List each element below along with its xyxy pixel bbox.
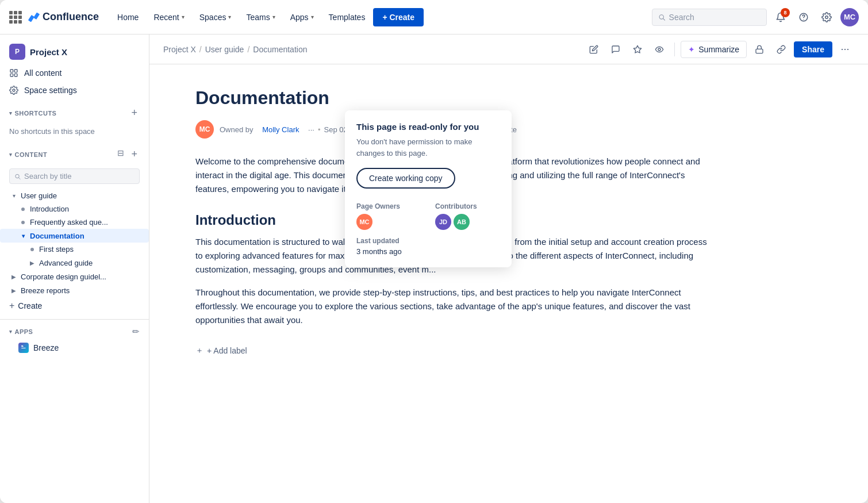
meta-dots: ··· bbox=[308, 125, 314, 134]
breeze-item[interactable]: Breeze bbox=[9, 339, 140, 356]
app-logo[interactable]: Confluence bbox=[9, 11, 99, 24]
faq-dot-icon bbox=[21, 221, 25, 224]
edit-button[interactable] bbox=[585, 40, 603, 59]
sidebar-search-icon bbox=[14, 173, 21, 180]
comment-icon bbox=[611, 45, 620, 54]
add-label-button[interactable]: ＋ + Add label bbox=[195, 345, 822, 356]
more-options-button[interactable]: ··· bbox=[836, 40, 854, 59]
space-name: Project X bbox=[30, 47, 67, 57]
watch-button[interactable] bbox=[650, 40, 669, 59]
recent-chevron-icon: ▾ bbox=[182, 14, 185, 20]
all-content-icon bbox=[9, 68, 18, 78]
space-icon: P bbox=[9, 44, 25, 60]
summarize-button[interactable]: ✦ Summarize bbox=[681, 41, 747, 58]
search-input[interactable] bbox=[669, 13, 761, 22]
add-label-plus-icon: ＋ bbox=[195, 345, 203, 356]
user-avatar[interactable]: MC bbox=[840, 8, 859, 26]
first-steps-dot-icon bbox=[30, 248, 34, 251]
popup-desc: You don't have permission to make change… bbox=[356, 136, 500, 159]
nav-items: Home Recent ▾ Spaces ▾ Teams ▾ Apps ▾ Te… bbox=[110, 8, 643, 26]
toolbar-divider bbox=[674, 43, 675, 56]
share-button[interactable]: Share bbox=[794, 41, 832, 57]
svg-line-1 bbox=[663, 18, 665, 20]
tree-item-first-steps[interactable]: First steps bbox=[0, 243, 149, 256]
page-title: Documentation bbox=[195, 87, 822, 109]
sidebar-create-link[interactable]: + Create bbox=[0, 297, 149, 314]
sidebar-search-input[interactable] bbox=[24, 172, 135, 181]
search-box[interactable] bbox=[652, 9, 767, 26]
nav-teams[interactable]: Teams ▾ bbox=[239, 9, 282, 25]
sidebar-all-content[interactable]: All content bbox=[0, 64, 149, 82]
star-button[interactable] bbox=[628, 40, 647, 59]
breadcrumb-user-guide[interactable]: User guide bbox=[205, 45, 244, 54]
tree-item-advanced-guide[interactable]: ▶ Advanced guide bbox=[0, 256, 149, 270]
breeze-reports-chevron-icon: ▶ bbox=[9, 286, 18, 295]
intro-dot-icon bbox=[21, 208, 25, 211]
tree-item-faq[interactable]: Frequently asked que... bbox=[0, 216, 149, 229]
contributors-avatars: JD AB bbox=[435, 214, 500, 230]
create-working-copy-button[interactable]: Create working copy bbox=[356, 168, 455, 189]
tree-item-documentation[interactable]: ▾ Documentation bbox=[0, 229, 149, 243]
content-toolbar: Project X / User guide / Documentation bbox=[149, 34, 868, 64]
tree-item-corporate-design[interactable]: ▶ Corporate design guidel... bbox=[0, 270, 149, 283]
content-filter-button[interactable]: ⊟ bbox=[115, 147, 126, 162]
contributor-avatar-1: JD bbox=[435, 214, 451, 230]
search-icon bbox=[658, 13, 666, 21]
help-icon bbox=[798, 12, 809, 22]
settings-button[interactable] bbox=[817, 8, 836, 26]
link-button[interactable] bbox=[772, 40, 790, 59]
notifications-button[interactable]: 8 bbox=[771, 8, 790, 26]
summarize-star-icon: ✦ bbox=[688, 45, 695, 54]
help-button[interactable] bbox=[794, 8, 813, 26]
watch-icon bbox=[655, 45, 664, 54]
restrict-button[interactable] bbox=[750, 40, 769, 59]
content-title[interactable]: ▾ CONTENT bbox=[9, 151, 47, 158]
page-owners-avatars: MC bbox=[356, 214, 421, 230]
shortcuts-add-button[interactable]: + bbox=[129, 106, 140, 120]
page-owners-label: Page owners bbox=[356, 202, 421, 210]
confluence-brand: Confluence bbox=[28, 11, 99, 24]
nav-recent[interactable]: Recent ▾ bbox=[147, 9, 191, 25]
user-guide-chevron-icon: ▾ bbox=[9, 191, 18, 200]
content-search-wrap bbox=[0, 166, 149, 189]
breeze-icon bbox=[18, 343, 29, 353]
corporate-design-chevron-icon: ▶ bbox=[9, 272, 18, 281]
apps-edit-button[interactable]: ✏ bbox=[132, 327, 140, 337]
svg-rect-6 bbox=[14, 70, 17, 72]
tree-item-breeze-reports[interactable]: ▶ Breeze reports bbox=[0, 283, 149, 297]
nav-templates[interactable]: Templates bbox=[322, 9, 372, 25]
svg-rect-7 bbox=[10, 74, 13, 76]
link-icon bbox=[777, 45, 786, 54]
page-owners-col: Page owners MC bbox=[356, 202, 421, 230]
nav-home[interactable]: Home bbox=[110, 9, 145, 25]
create-plus-icon: + bbox=[9, 301, 14, 311]
create-button[interactable]: + Create bbox=[373, 8, 424, 26]
contributor-avatar-2: AB bbox=[454, 214, 470, 230]
sidebar-space-settings[interactable]: Space settings bbox=[0, 82, 149, 99]
tree-item-user-guide[interactable]: ▾ User guide bbox=[0, 189, 149, 202]
breadcrumb-documentation: Documentation bbox=[253, 45, 307, 54]
svg-point-9 bbox=[13, 89, 15, 91]
svg-marker-12 bbox=[634, 45, 642, 53]
owner-name[interactable]: Molly Clark bbox=[262, 125, 299, 134]
spaces-chevron-icon: ▾ bbox=[228, 14, 231, 20]
apps-header: ▾ APPS ✏ bbox=[9, 327, 140, 337]
star-icon bbox=[633, 45, 642, 54]
last-updated-label: Last updated bbox=[356, 237, 500, 245]
settings-icon bbox=[9, 86, 18, 95]
breadcrumb-sep-2: / bbox=[247, 45, 249, 54]
nav-spaces[interactable]: Spaces ▾ bbox=[193, 9, 239, 25]
nav-apps[interactable]: Apps ▾ bbox=[283, 9, 321, 25]
breadcrumb-project-x[interactable]: Project X bbox=[163, 45, 196, 54]
sidebar-search-box[interactable] bbox=[9, 168, 140, 184]
content-add-button[interactable]: + bbox=[129, 147, 140, 162]
tree-item-introduction[interactable]: Introduction bbox=[0, 202, 149, 216]
comment-button[interactable] bbox=[606, 40, 625, 59]
apps-title[interactable]: ▾ APPS bbox=[9, 328, 33, 335]
apps-chevron-icon: ▾ bbox=[311, 14, 314, 20]
owned-by-text: Owned by bbox=[220, 125, 254, 134]
content-area: Project X / User guide / Documentation bbox=[149, 34, 868, 503]
lock-icon bbox=[755, 45, 764, 54]
read-only-popup: This page is read-only for you You don't… bbox=[345, 110, 512, 267]
shortcuts-title[interactable]: ▾ SHORTCUTS bbox=[9, 110, 56, 117]
